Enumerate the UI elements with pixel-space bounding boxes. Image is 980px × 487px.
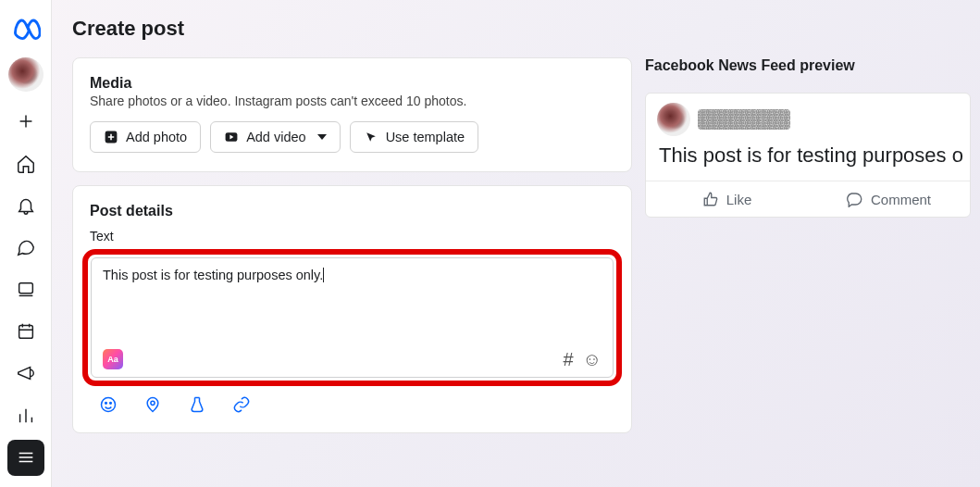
feeling-icon[interactable]	[99, 395, 118, 414]
highlight-frame: This post is for testing purposes only. …	[82, 249, 622, 386]
notifications-icon[interactable]	[7, 187, 44, 223]
svg-point-4	[102, 398, 116, 412]
like-icon	[702, 191, 719, 207]
use-template-label: Use template	[386, 130, 465, 144]
preview-avatar	[657, 103, 690, 136]
comment-icon	[847, 191, 863, 207]
background-picker-button[interactable]: Aa	[103, 349, 123, 369]
comment-label: Comment	[871, 192, 931, 207]
ads-icon[interactable]	[7, 356, 44, 392]
user-avatar[interactable]	[8, 57, 43, 92]
add-video-button[interactable]: Add video	[210, 121, 341, 153]
preview-card: This post is for testing purposes o Like…	[645, 93, 971, 218]
like-button[interactable]: Like	[646, 181, 808, 217]
svg-point-5	[105, 403, 107, 405]
post-details-title: Post details	[90, 203, 614, 219]
like-label: Like	[726, 192, 752, 207]
preview-post-text: This post is for testing purposes o	[646, 138, 970, 177]
preview-title: Facebook News Feed preview	[645, 57, 971, 74]
chevron-down-icon	[317, 134, 327, 140]
hashtag-button[interactable]: #	[563, 350, 573, 368]
post-details-card: Post details Text This post is for testi…	[72, 185, 632, 433]
add-photo-icon	[104, 130, 118, 144]
svg-point-7	[151, 401, 155, 405]
video-icon	[224, 130, 239, 144]
svg-rect-1	[19, 326, 32, 339]
use-template-button[interactable]: Use template	[350, 121, 478, 153]
meta-logo[interactable]	[11, 13, 41, 46]
right-column: Facebook News Feed preview This post is …	[645, 57, 971, 218]
insights-icon[interactable]	[7, 397, 44, 433]
post-text-value: This post is for testing purposes only.	[103, 268, 602, 342]
text-label: Text	[90, 229, 614, 244]
post-text-input[interactable]: This post is for testing purposes only. …	[91, 257, 614, 378]
location-icon[interactable]	[143, 395, 162, 414]
media-card-subtitle: Share photos or a video. Instagram posts…	[90, 94, 614, 108]
calendar-icon[interactable]	[7, 313, 44, 349]
link-icon[interactable]	[232, 395, 251, 414]
add-video-label: Add video	[246, 130, 306, 144]
messages-icon[interactable]	[7, 230, 44, 266]
add-photo-label: Add photo	[126, 130, 187, 144]
comment-button[interactable]: Comment	[808, 181, 970, 217]
preview-page-name	[698, 109, 790, 130]
menu-icon[interactable]	[7, 440, 44, 476]
svg-point-6	[110, 403, 112, 405]
post-options-row	[90, 386, 614, 414]
main-content: Create post Media Share photos or a vide…	[52, 0, 980, 487]
sidebar	[0, 0, 52, 487]
home-icon[interactable]	[7, 145, 44, 181]
add-photo-button[interactable]: Add photo	[90, 121, 201, 153]
page-title: Create post	[72, 17, 971, 41]
ab-test-icon[interactable]	[188, 395, 206, 414]
emoji-button[interactable]: ☺	[583, 350, 602, 368]
svg-rect-0	[19, 282, 32, 293]
posts-icon[interactable]	[7, 271, 44, 307]
create-icon[interactable]	[7, 103, 44, 139]
media-card: Media Share photos or a video. Instagram…	[72, 57, 632, 172]
left-column: Media Share photos or a video. Instagram…	[72, 57, 632, 433]
media-card-title: Media	[90, 75, 614, 92]
template-icon	[364, 130, 378, 144]
